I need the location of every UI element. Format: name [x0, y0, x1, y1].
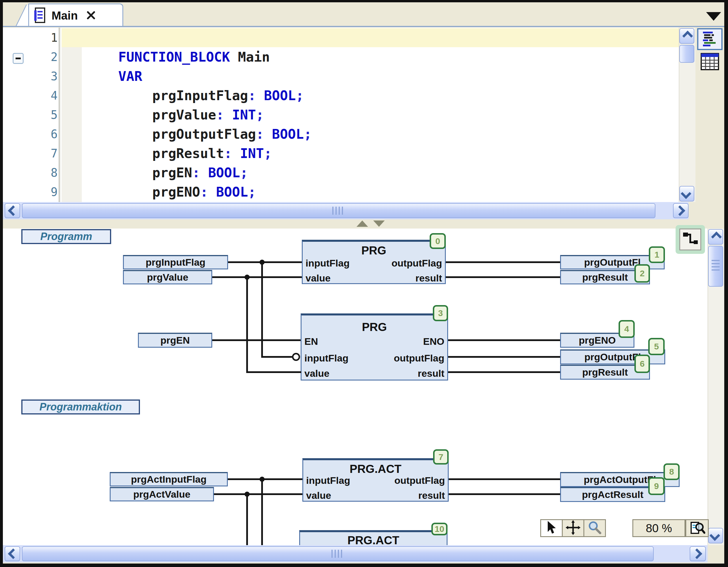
- output-pin[interactable]: result: [418, 368, 444, 378]
- scroll-left-button[interactable]: [5, 546, 20, 561]
- wire: [212, 339, 301, 341]
- input-pin[interactable]: inputFlag: [306, 475, 350, 485]
- network-view-button[interactable]: [679, 229, 701, 251]
- element-badge: 5: [648, 338, 665, 355]
- network-label-programm[interactable]: Programm: [21, 229, 111, 244]
- code-line[interactable]: prgOutputFlag: BOOL;: [62, 105, 312, 125]
- wire: [261, 479, 263, 545]
- editor-hscroll-thumb[interactable]: [22, 203, 655, 218]
- code-line[interactable]: prgValue: INT;: [62, 86, 264, 105]
- wire: [261, 262, 263, 358]
- input-pin[interactable]: inputFlag: [304, 353, 348, 363]
- output-pin[interactable]: outputFlag: [394, 353, 444, 363]
- chevron-down-icon[interactable]: [706, 12, 721, 21]
- line-number: 1: [12, 28, 59, 48]
- line-number: 2: [12, 48, 59, 67]
- select-tool-button[interactable]: [540, 519, 563, 537]
- scroll-down-button[interactable]: [708, 528, 723, 543]
- pan-tool-button[interactable]: [562, 519, 584, 537]
- network-connection-icon: [682, 230, 699, 249]
- output-pin[interactable]: outputFlag: [391, 258, 442, 268]
- scroll-down-button[interactable]: [679, 186, 694, 202]
- wire-junction: [244, 492, 250, 497]
- block-title: PRG: [302, 320, 447, 333]
- tabbar-divider: [3, 26, 725, 27]
- fbd-block-prgact-0[interactable]: PRG.ACT inputFlag value outputFlag resul…: [302, 458, 449, 502]
- zoom-tool-button[interactable]: [583, 519, 606, 537]
- wire: [246, 494, 248, 545]
- block-title: PRG.ACT: [303, 462, 448, 475]
- punctuation: ;: [304, 126, 312, 142]
- input-var-box[interactable]: prgActInputFlag: [110, 472, 228, 486]
- splitter-expand-up-icon[interactable]: [357, 221, 368, 227]
- output-pin[interactable]: ENO: [423, 336, 444, 346]
- wire-junction: [259, 477, 265, 482]
- input-pin[interactable]: EN: [304, 336, 318, 346]
- wire: [448, 339, 560, 341]
- tab-main[interactable]: Main: [28, 3, 123, 27]
- close-icon[interactable]: [86, 10, 96, 22]
- zoom-level-display[interactable]: 80 %: [632, 519, 685, 537]
- line-number: 6: [12, 125, 59, 144]
- wire: [448, 371, 560, 373]
- line-number: 5: [12, 105, 59, 125]
- element-badge: 10: [431, 523, 448, 535]
- fbd-block-prg-1[interactable]: PRG EN inputFlag value ENO outputFlag re…: [301, 313, 448, 380]
- input-var-box[interactable]: prgInputFlag: [123, 255, 228, 270]
- network-label-programmaktion[interactable]: Programmaktion: [21, 399, 140, 414]
- window-frame-left: [0, 0, 3, 567]
- network-view-toggle-highlight: [676, 225, 705, 254]
- scroll-left-button[interactable]: [5, 203, 20, 218]
- element-badge: 4: [619, 320, 635, 338]
- block-title: PRG: [303, 244, 445, 257]
- wire: [214, 493, 302, 495]
- code-line[interactable]: prgResult: INT;: [62, 125, 272, 144]
- zoom-fit-icon: [689, 519, 705, 537]
- element-badge: 8: [663, 463, 680, 480]
- fbd-block-prgact-1[interactable]: PRG.ACT: [299, 530, 448, 545]
- output-pin[interactable]: result: [418, 490, 445, 500]
- element-badge: 3: [433, 305, 448, 321]
- input-var-box[interactable]: prgValue: [123, 270, 212, 284]
- zoom-fit-button[interactable]: [685, 519, 709, 537]
- input-pin[interactable]: value: [306, 273, 331, 283]
- code-line[interactable]: prgInputFlag: BOOL;: [62, 67, 304, 86]
- scrollbar-corner: [708, 545, 724, 564]
- code-line[interactable]: prgActInputFlag: BOOL;: [62, 183, 328, 202]
- input-pin[interactable]: inputFlag: [306, 258, 350, 268]
- code-line[interactable]: FUNCTION_BLOCK Main: [62, 28, 270, 48]
- text-view-icon: [702, 31, 718, 48]
- punctuation: ;: [296, 88, 304, 103]
- output-pin[interactable]: result: [415, 273, 442, 283]
- gutter-separator: [59, 28, 60, 202]
- wire: [212, 276, 302, 278]
- input-pin[interactable]: value: [304, 368, 329, 378]
- wire: [449, 478, 560, 480]
- code-line[interactable]: prgENO: BOOL;: [62, 163, 256, 183]
- fbd-vscroll-thumb[interactable]: [708, 246, 723, 287]
- keyword: BOOL: [272, 126, 304, 142]
- table-view-button[interactable]: [701, 54, 719, 71]
- text-view-button[interactable]: [697, 28, 723, 50]
- splitter-expand-down-icon[interactable]: [373, 221, 385, 227]
- negation-circle[interactable]: [292, 353, 300, 361]
- magnifier-icon: [587, 520, 602, 536]
- input-pin[interactable]: value: [306, 490, 331, 500]
- fbd-hscroll-thumb[interactable]: [22, 546, 654, 561]
- code-line[interactable]: prgEN: BOOL;: [62, 144, 248, 163]
- scroll-up-button[interactable]: [679, 28, 694, 44]
- code-line[interactable]: VAR: [62, 48, 142, 67]
- fbd-block-prg-0[interactable]: PRG inputFlag value outputFlag result: [302, 240, 446, 284]
- output-pin[interactable]: outputFlag: [394, 475, 445, 485]
- input-var-box[interactable]: prgEN: [138, 333, 212, 348]
- scroll-right-button[interactable]: [673, 203, 689, 218]
- editor-vscroll-thumb[interactable]: [679, 45, 694, 63]
- wire-junction: [244, 275, 250, 280]
- wire-junction: [259, 260, 265, 265]
- wire: [446, 276, 560, 278]
- wire: [446, 261, 560, 263]
- wire: [246, 371, 301, 373]
- scroll-up-button[interactable]: [708, 229, 723, 245]
- scroll-right-button[interactable]: [690, 546, 706, 561]
- input-var-box[interactable]: prgActValue: [110, 487, 214, 501]
